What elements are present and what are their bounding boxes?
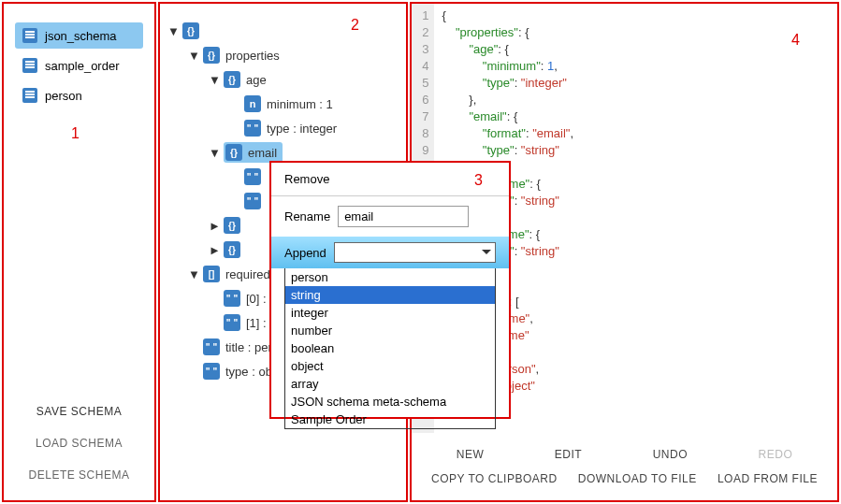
schema-item-sample_order[interactable]: sample_order	[15, 52, 143, 79]
node-type-icon: " "	[244, 120, 261, 137]
tree-node[interactable]: ▼{}properties	[167, 43, 399, 67]
node-type-icon: {}	[224, 217, 240, 234]
tree-toggle-icon[interactable]: ►	[209, 243, 220, 257]
node-type-icon: " "	[244, 168, 261, 185]
tree-toggle-icon[interactable]: ▼	[188, 49, 199, 63]
dropdown-option[interactable]: integer	[285, 304, 495, 322]
tree-node-label: email	[248, 146, 277, 160]
context-remove-label: Remove	[284, 172, 329, 186]
dropdown-option[interactable]: number	[285, 322, 495, 339]
tree-node-label: age	[246, 73, 267, 87]
load-schema-button[interactable]: LOAD SCHEMA	[13, 427, 145, 459]
node-type-icon: " "	[203, 338, 220, 355]
schema-item-json_schema[interactable]: json_schema	[15, 22, 143, 49]
toolbar-redo: REDO	[759, 448, 793, 461]
dropdown-option[interactable]: boolean	[285, 339, 495, 357]
dropdown-option[interactable]: object	[285, 357, 495, 375]
document-icon	[22, 58, 37, 73]
schema-item-label: person	[45, 89, 82, 103]
delete-schema-button[interactable]: DELETE SCHEMA	[13, 459, 145, 491]
schema-item-label: json_schema	[45, 29, 117, 43]
schema-item-person[interactable]: person	[15, 82, 143, 108]
node-type-icon: {}	[224, 241, 240, 258]
save-schema-button[interactable]: SAVE SCHEMA	[13, 396, 145, 427]
node-type-icon: []	[203, 266, 220, 282]
context-remove[interactable]: Remove	[271, 163, 509, 196]
toolbar-undo[interactable]: UNDO	[653, 448, 688, 461]
node-type-icon: " "	[244, 193, 261, 209]
node-type-icon: " "	[224, 290, 240, 307]
context-rename-label: Rename	[284, 209, 330, 223]
node-type-icon: " "	[224, 314, 240, 331]
dropdown-option[interactable]: array	[285, 375, 495, 393]
tree-toggle-icon[interactable]: ►	[209, 219, 220, 233]
tree-node-label: properties	[225, 49, 280, 63]
context-rename-input[interactable]	[338, 206, 469, 227]
tree-toggle-icon[interactable]: ▼	[209, 73, 220, 87]
tree-toggle-icon[interactable]: ▼	[188, 267, 199, 281]
schema-item-label: sample_order	[45, 59, 120, 73]
context-menu: 3 Remove Rename Append personstringinteg…	[269, 161, 511, 419]
toolbar-load-from-file[interactable]: LOAD FROM FILE	[718, 472, 818, 485]
tree-node-label: minimum : 1	[267, 97, 333, 111]
tree-node[interactable]: " "type : integer	[167, 116, 399, 140]
dropdown-option[interactable]: JSON schema meta-schema	[285, 393, 495, 410]
tree-toggle-icon[interactable]: ▼	[167, 24, 179, 38]
tree-toggle-icon[interactable]: ▼	[209, 146, 220, 160]
context-append-row: Append	[271, 237, 509, 268]
node-type-icon: " "	[203, 363, 220, 380]
node-type-icon: {}	[224, 71, 240, 88]
context-append-combo[interactable]	[334, 242, 496, 263]
document-icon	[22, 88, 37, 103]
toolbar-new[interactable]: NEW	[457, 448, 485, 461]
node-type-icon: n	[244, 95, 261, 112]
node-type-icon: {}	[203, 47, 220, 64]
context-append-label: Append	[284, 246, 326, 260]
dropdown-option[interactable]: Sample Order	[285, 410, 495, 428]
toolbar-download-to-file[interactable]: DOWNLOAD TO FILE	[578, 472, 697, 485]
context-append-dropdown[interactable]: personstringintegernumberbooleanobjectar…	[284, 268, 496, 429]
tree-node-label: type : integer	[267, 122, 337, 136]
tree-node[interactable]: nminimum : 1	[167, 92, 399, 116]
node-type-icon: {}	[225, 144, 242, 161]
dropdown-option[interactable]: person	[285, 268, 495, 286]
node-type-icon: {}	[182, 22, 199, 39]
tree-node-label: required	[225, 267, 270, 281]
schema-list-pane: 1 json_schemasample_orderperson SAVE SCH…	[2, 2, 156, 502]
toolbar-edit[interactable]: EDIT	[555, 448, 582, 461]
tree-node[interactable]: ▼{}age	[167, 67, 399, 92]
context-rename-row: Rename	[271, 196, 509, 237]
tree-node[interactable]: ▼{}	[167, 19, 399, 43]
document-icon	[22, 28, 37, 43]
dropdown-option[interactable]: string	[285, 286, 495, 304]
toolbar-copy-to-clipboard[interactable]: COPY TO CLIPBOARD	[431, 472, 558, 485]
